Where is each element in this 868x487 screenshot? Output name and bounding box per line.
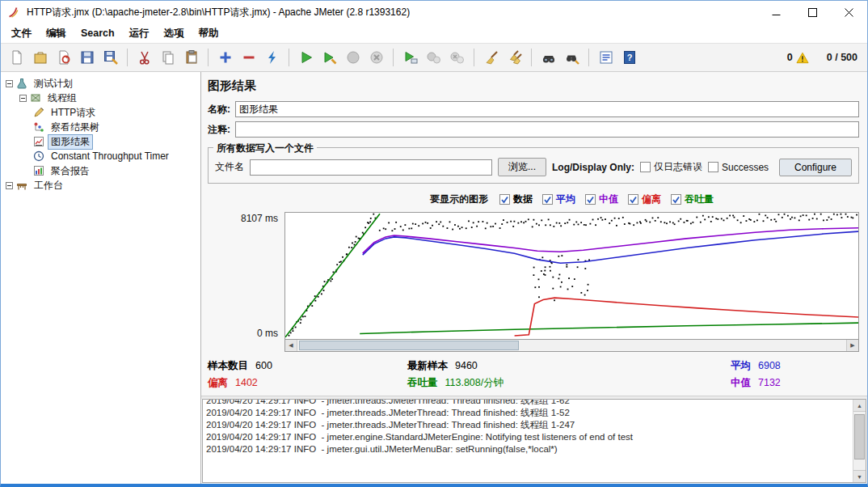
- log-display-only-label: Log/Display Only:: [552, 162, 634, 173]
- scroll-left-arrow-icon[interactable]: ◀: [285, 340, 297, 351]
- comments-input[interactable]: [235, 121, 859, 138]
- graph-option-label: 数据: [513, 193, 533, 206]
- help-button[interactable]: ?: [618, 47, 640, 69]
- search-reset-button[interactable]: [561, 47, 583, 69]
- log-lines: 2019/04/20 14:29:17 INFO - jmeter.thread…: [203, 399, 866, 455]
- minimize-icon: [772, 8, 781, 17]
- tree-item-test-plan[interactable]: 测试计划: [1, 76, 200, 91]
- results-graph-plot: [284, 212, 859, 340]
- shutdown-button[interactable]: [365, 47, 387, 69]
- new-button[interactable]: [6, 47, 27, 69]
- remote-stop-all-button[interactable]: [423, 47, 445, 69]
- window-controls: [758, 1, 867, 23]
- filename-input[interactable]: [250, 159, 492, 176]
- tree-item-constant-throughput-timer[interactable]: Constant Throughput Timer: [1, 149, 200, 163]
- cut-button[interactable]: [133, 47, 155, 69]
- save-icon: [79, 49, 95, 66]
- clear-all-button[interactable]: [504, 47, 525, 69]
- log-scrollbar-thumb[interactable]: [854, 414, 865, 459]
- remote-shutdown-all-button[interactable]: [446, 47, 468, 69]
- graph-option-average[interactable]: 平均: [542, 193, 575, 206]
- tree-toggle[interactable]: [6, 182, 13, 189]
- save-as-button[interactable]: [99, 47, 121, 69]
- aggregate-report-icon: [33, 165, 44, 176]
- start-no-pauses-icon: [322, 49, 338, 66]
- stat-label: 样本数目: [208, 359, 248, 373]
- scroll-right-arrow-icon[interactable]: ▶: [846, 340, 858, 351]
- log-line: 2019/04/20 14:29:17 INFO - jmeter.engine…: [206, 431, 849, 443]
- templates-button[interactable]: [29, 47, 51, 69]
- tree-item-workbench[interactable]: 工作台: [1, 178, 200, 193]
- graph-option-throughput[interactable]: 吞吐量: [671, 193, 714, 206]
- y-axis-labels: 8107 ms 0 ms: [208, 212, 284, 340]
- tree-item-aggregate-report[interactable]: 聚合报告: [1, 163, 200, 178]
- content-area: 测试计划线程组HTTP请求察看结果树图形结果Constant Throughpu…: [1, 72, 867, 484]
- stop-button[interactable]: [342, 47, 364, 69]
- tree-item-label: 察看结果树: [48, 120, 103, 135]
- tree-item-thread-group[interactable]: 线程组: [1, 91, 200, 105]
- copy-button[interactable]: [157, 47, 179, 69]
- save-button[interactable]: [76, 47, 98, 69]
- scrollbar-thumb[interactable]: [299, 341, 519, 350]
- log-line: 2019/04/20 14:29:17 INFO - jmeter.thread…: [206, 407, 849, 419]
- toggle-button[interactable]: [261, 47, 283, 69]
- clear-button[interactable]: [480, 47, 502, 69]
- toolbar-separator: [588, 49, 589, 66]
- tree-expand-knob-icon: [19, 95, 27, 102]
- minimize-button[interactable]: [758, 1, 794, 23]
- stat-value: 113.808/分钟: [445, 376, 504, 390]
- test-plan-tree: 测试计划线程组HTTP请求察看结果树图形结果Constant Throughpu…: [1, 72, 201, 484]
- name-input[interactable]: [235, 101, 859, 117]
- configure-button[interactable]: Configure: [779, 159, 852, 176]
- scroll-down-arrow-icon[interactable]: ▼: [853, 470, 866, 482]
- remote-start-all-icon: [402, 49, 419, 66]
- toolbar-separator: [531, 49, 532, 66]
- tree-toggle[interactable]: [19, 95, 27, 102]
- menu-item-edit[interactable]: 编辑: [39, 24, 74, 43]
- y-max-label: 8107 ms: [241, 213, 278, 224]
- clear-all-icon: [507, 49, 523, 66]
- browse-button[interactable]: 浏览...: [498, 158, 546, 176]
- menu-item-run[interactable]: 运行: [122, 24, 157, 43]
- menu-item-help[interactable]: 帮助: [192, 24, 226, 43]
- paste-button[interactable]: [180, 47, 202, 69]
- stat-value: 600: [255, 360, 272, 371]
- tree-item-graph-results[interactable]: 图形结果: [1, 134, 200, 149]
- expand-button[interactable]: [214, 47, 236, 69]
- menu-item-search[interactable]: Search: [74, 25, 122, 41]
- tree-item-label: 工作台: [31, 178, 66, 193]
- scrollbar-track[interactable]: [297, 340, 846, 351]
- scroll-up-arrow-icon[interactable]: ▲: [853, 400, 866, 412]
- graph-option-median[interactable]: 中值: [585, 193, 618, 206]
- collapse-button[interactable]: [238, 47, 259, 69]
- close-button[interactable]: [831, 1, 867, 23]
- function-helper-button[interactable]: [595, 47, 617, 69]
- checkbox-checked-icon: [585, 194, 596, 205]
- toolbar-separator: [289, 49, 289, 66]
- start-button[interactable]: [295, 47, 317, 69]
- stop-icon: [345, 49, 361, 66]
- stat-latest-sample: 最新样本9460: [407, 359, 731, 373]
- graph-option-deviation[interactable]: 偏离: [628, 193, 661, 206]
- search-button[interactable]: [537, 47, 559, 69]
- stat-deviation: 偏离1402: [208, 376, 407, 390]
- toolbar-separator: [208, 49, 209, 66]
- tree-toggle[interactable]: [6, 80, 13, 87]
- graph-option-data[interactable]: 数据: [499, 193, 533, 206]
- log-errors-only-checkbox[interactable]: 仅日志错误: [640, 160, 702, 174]
- filename-label: 文件名: [215, 160, 244, 174]
- log-line: 2019/04/20 14:29:17 INFO - jmeter.gui.ut…: [206, 443, 849, 455]
- start-no-pauses-button[interactable]: [318, 47, 340, 69]
- error-warning-indicator[interactable]: 0: [787, 52, 809, 64]
- open-button[interactable]: [53, 47, 74, 69]
- tree-item-view-results-tree[interactable]: 察看结果树: [1, 120, 200, 134]
- menu-item-file[interactable]: 文件: [4, 24, 39, 43]
- templates-icon: [32, 49, 48, 66]
- remote-start-all-button[interactable]: [399, 47, 421, 69]
- tree-item-http-request[interactable]: HTTP请求: [1, 105, 200, 120]
- maximize-button[interactable]: [794, 1, 831, 23]
- menu-item-options[interactable]: 选项: [157, 24, 192, 43]
- graph-horizontal-scrollbar[interactable]: ◀ ▶: [284, 340, 859, 352]
- successes-checkbox[interactable]: Successes: [708, 162, 769, 173]
- log-vertical-scrollbar[interactable]: ▲ ▼: [853, 400, 866, 482]
